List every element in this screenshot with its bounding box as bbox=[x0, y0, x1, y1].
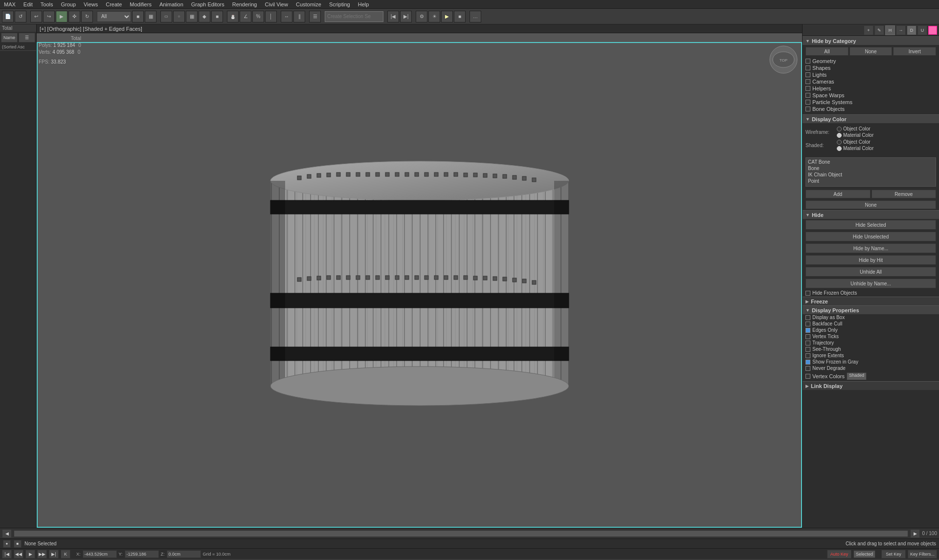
menu-max[interactable]: MAX bbox=[2, 1, 18, 7]
menu-edit[interactable]: Edit bbox=[22, 1, 35, 7]
display-props-header[interactable]: ▼ Display Properties bbox=[803, 305, 939, 314]
menu-tools[interactable]: Tools bbox=[39, 1, 55, 7]
none-list-button[interactable]: None bbox=[805, 200, 936, 209]
menu-create[interactable]: Create bbox=[104, 1, 124, 7]
prop-trajectory-cb[interactable] bbox=[805, 341, 810, 345]
key-mode-btn[interactable]: K bbox=[61, 550, 70, 559]
tb-circle[interactable]: ○ bbox=[173, 11, 185, 22]
tb-filter[interactable]: ▦ bbox=[145, 11, 156, 22]
vertex-colors-cb[interactable] bbox=[805, 374, 810, 379]
menu-help[interactable]: Help bbox=[356, 1, 371, 7]
hide-unselected-btn[interactable]: Hide Unselected bbox=[805, 232, 936, 241]
tb-lasso[interactable]: ◆ bbox=[199, 11, 210, 22]
tb-new[interactable]: 📄 bbox=[2, 11, 14, 22]
tb-active-shade[interactable]: ■ bbox=[454, 11, 466, 22]
wireframe-mat-radio[interactable] bbox=[837, 133, 842, 138]
hide-by-name-btn[interactable]: Hide by Name... bbox=[805, 243, 936, 253]
tb-paint[interactable]: ■ bbox=[211, 11, 223, 22]
tb-mirror[interactable]: ↔ bbox=[281, 11, 292, 22]
tb-render[interactable]: ▶ bbox=[441, 11, 453, 22]
cat-bones[interactable]: Bone Objects bbox=[803, 106, 939, 112]
prop-see-through-cb[interactable] bbox=[805, 347, 810, 352]
prop-trajectory[interactable]: Trajectory bbox=[803, 340, 939, 346]
cat-particles-checkbox[interactable] bbox=[805, 100, 810, 105]
unhide-by-name-btn[interactable]: Unhide by Name... bbox=[805, 279, 936, 288]
menu-rendering[interactable]: Rendering bbox=[230, 1, 259, 7]
prop-ignore-extents[interactable]: Ignore Extents bbox=[803, 352, 939, 359]
tb-more[interactable]: … bbox=[470, 11, 481, 22]
hide-section-header[interactable]: ▼ Hide bbox=[803, 210, 939, 219]
wireframe-obj-color[interactable]: Object Color bbox=[837, 126, 873, 131]
go-end-btn[interactable]: ▶| bbox=[49, 550, 59, 559]
x-coord-input[interactable] bbox=[83, 550, 117, 558]
select-filter-dropdown[interactable]: All bbox=[97, 11, 131, 22]
shaded-mat-radio[interactable] bbox=[837, 146, 842, 151]
tb-prev-key[interactable]: |◀ bbox=[387, 11, 399, 22]
all-button[interactable]: All bbox=[805, 47, 849, 56]
play-btn[interactable]: ▶ bbox=[25, 550, 35, 559]
list-item-ikchain[interactable]: IK Chain Object bbox=[807, 172, 935, 178]
freeze-header[interactable]: ▶ Freeze bbox=[803, 297, 939, 305]
nav-cube[interactable]: TOP bbox=[769, 45, 798, 74]
hide-by-category-header[interactable]: ▼ Hide by Category bbox=[803, 36, 939, 45]
remove-button[interactable]: Remove bbox=[872, 190, 937, 198]
tab-create[interactable]: + bbox=[864, 25, 873, 35]
cat-spacewarps[interactable]: Space Warps bbox=[803, 92, 939, 99]
color-swatch[interactable] bbox=[928, 26, 937, 35]
cat-particles[interactable]: Particle Systems bbox=[803, 99, 939, 106]
tb-layers[interactable]: ☰ bbox=[309, 11, 321, 22]
tb-fence[interactable]: ▦ bbox=[186, 11, 198, 22]
cat-shapes[interactable]: Shapes bbox=[803, 65, 939, 71]
wireframe-obj-radio[interactable] bbox=[837, 127, 842, 131]
prop-backface-cull[interactable]: Backface Cull bbox=[803, 321, 939, 327]
cat-bones-checkbox[interactable] bbox=[805, 107, 810, 111]
shaded-obj-color[interactable]: Object Color bbox=[837, 139, 873, 145]
unhide-all-btn[interactable]: Unhide All bbox=[805, 267, 936, 277]
prev-frame-btn[interactable]: ◀◀ bbox=[14, 550, 23, 559]
cat-lights-checkbox[interactable] bbox=[805, 72, 810, 77]
menu-views[interactable]: Views bbox=[82, 1, 100, 7]
tb-render-frame[interactable]: ☀ bbox=[428, 11, 440, 22]
prop-show-frozen[interactable]: Show Frozen in Gray bbox=[803, 359, 939, 365]
tb-undo[interactable]: ↩ bbox=[30, 11, 42, 22]
tb-rect[interactable]: ▭ bbox=[160, 11, 172, 22]
cat-helpers[interactable]: Helpers bbox=[803, 85, 939, 92]
timeline-scroll-left[interactable]: ◀ bbox=[2, 529, 12, 538]
prop-vertex-ticks-cb[interactable] bbox=[805, 334, 810, 339]
tb-percentsnap[interactable]: % bbox=[252, 11, 264, 22]
tab-modify[interactable]: ✎ bbox=[874, 25, 884, 35]
display-color-header[interactable]: ▼ Display Color bbox=[803, 114, 939, 123]
cat-cameras-checkbox[interactable] bbox=[805, 79, 810, 84]
tab-layer[interactable]: ☰ bbox=[19, 33, 35, 43]
set-key-btn[interactable]: Set Key bbox=[881, 550, 906, 559]
prop-ignore-extents-cb[interactable] bbox=[805, 353, 810, 358]
hide-by-hit-btn[interactable]: Hide by Hit bbox=[805, 255, 936, 265]
y-coord-input[interactable] bbox=[125, 550, 159, 558]
hide-frozen-checkbox[interactable] bbox=[805, 291, 810, 296]
add-button[interactable]: Add bbox=[805, 190, 871, 198]
link-display-header[interactable]: ▶ Link Display bbox=[803, 381, 939, 390]
bone-list[interactable]: CAT Bone Bone IK Chain Object Point bbox=[805, 157, 936, 187]
invert-button[interactable]: Invert bbox=[893, 47, 936, 56]
tb-select[interactable]: ▶ bbox=[56, 11, 67, 22]
prop-see-through[interactable]: See-Through bbox=[803, 346, 939, 352]
menu-graph-editors[interactable]: Graph Editors bbox=[189, 1, 226, 7]
auto-key-btn[interactable]: Auto Key bbox=[827, 550, 851, 559]
tb-anglesnap[interactable]: ∠ bbox=[240, 11, 251, 22]
hide-selected-btn[interactable]: Hide Selected bbox=[805, 220, 936, 230]
prop-vertex-ticks[interactable]: Vertex Ticks bbox=[803, 333, 939, 340]
tb-next-key[interactable]: ▶| bbox=[400, 11, 412, 22]
tab-motion[interactable]: → bbox=[896, 25, 906, 35]
menu-civil-view[interactable]: Civil View bbox=[263, 1, 290, 7]
prop-display-box-cb[interactable] bbox=[805, 315, 810, 320]
create-selection-input[interactable] bbox=[325, 11, 383, 22]
none-button[interactable]: None bbox=[850, 47, 893, 56]
menu-scripting[interactable]: Scripting bbox=[327, 1, 352, 7]
tab-utilities[interactable]: U bbox=[917, 25, 927, 35]
tab-name[interactable]: Name bbox=[1, 33, 18, 43]
prop-backface-cull-cb[interactable] bbox=[805, 322, 810, 326]
prop-display-box[interactable]: Display as Box bbox=[803, 314, 939, 321]
timeline-bar[interactable] bbox=[14, 530, 908, 537]
hide-frozen-row[interactable]: Hide Frozen Objects bbox=[803, 289, 939, 297]
tb-select-obj[interactable]: ■ bbox=[132, 11, 144, 22]
